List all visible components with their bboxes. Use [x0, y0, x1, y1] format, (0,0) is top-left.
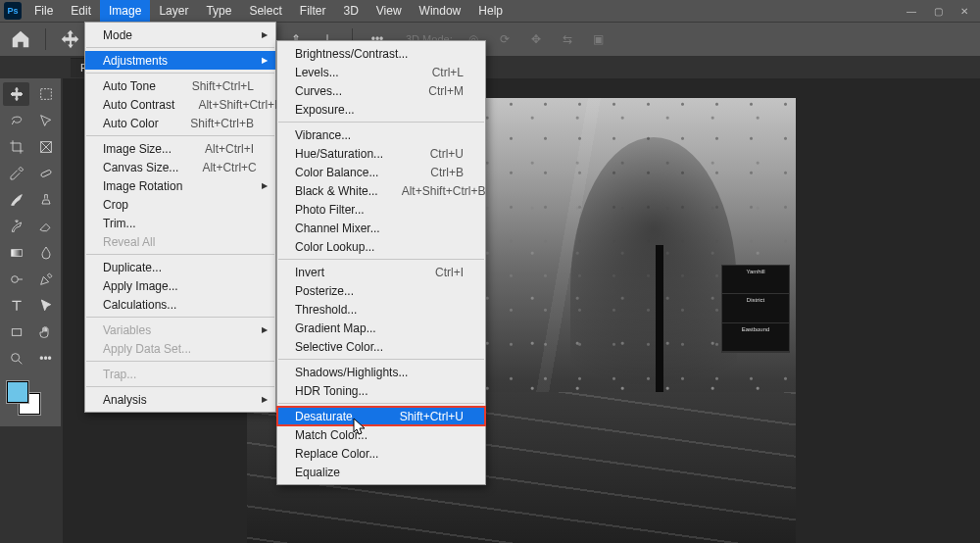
- 3d-pan-icon[interactable]: ✥: [525, 28, 547, 50]
- adjust-menu-color-lookup[interactable]: Color Lookup...: [277, 237, 485, 256]
- menu-help[interactable]: Help: [469, 0, 512, 22]
- menu-item-shortcut: Alt+Shift+Ctrl+B: [378, 184, 486, 198]
- image-menu-crop[interactable]: Crop: [85, 195, 275, 214]
- svg-rect-0: [40, 89, 51, 100]
- adjust-menu-shadows-highlights[interactable]: Shadows/Highlights...: [277, 363, 485, 381]
- image-menu-analysis[interactable]: Analysis: [85, 390, 275, 409]
- adjust-menu-posterize[interactable]: Posterize...: [277, 281, 485, 300]
- menu-item-shortcut: Ctrl+M: [405, 84, 464, 98]
- menu-filter[interactable]: Filter: [291, 0, 335, 22]
- menu-item-label: Channel Mixer...: [295, 222, 464, 235]
- menu-item-label: Invert: [295, 266, 412, 279]
- adjust-menu-threshold[interactable]: Threshold...: [277, 300, 485, 319]
- menu-window[interactable]: Window: [411, 0, 470, 22]
- adjust-menu-gradient-map[interactable]: Gradient Map...: [277, 319, 485, 337]
- minimize-icon[interactable]: —: [906, 6, 916, 17]
- image-menu-image-rotation[interactable]: Image Rotation: [85, 176, 275, 195]
- color-swatches[interactable]: [3, 379, 59, 422]
- eraser-tool[interactable]: [32, 215, 59, 238]
- menu-view[interactable]: View: [368, 0, 411, 22]
- type-tool[interactable]: [3, 294, 29, 318]
- crop-tool[interactable]: [3, 135, 29, 159]
- image-menu-adjustments[interactable]: Adjustments: [85, 51, 275, 70]
- zoom-tool[interactable]: [3, 347, 29, 370]
- adjust-menu-hdr-toning[interactable]: HDR Toning...: [277, 381, 485, 400]
- pen-tool[interactable]: [32, 268, 59, 291]
- adjust-menu-replace-color[interactable]: Replace Color...: [277, 444, 485, 463]
- svg-rect-2: [40, 170, 51, 177]
- frame-tool[interactable]: [32, 135, 59, 159]
- adjust-menu-vibrance[interactable]: Vibrance...: [277, 125, 485, 144]
- adjust-menu-selective-color[interactable]: Selective Color...: [277, 337, 485, 356]
- gradient-tool[interactable]: [3, 241, 29, 265]
- adjust-menu-brightness-contrast[interactable]: Brightness/Contrast...: [277, 44, 485, 63]
- lasso-tool[interactable]: [3, 109, 29, 132]
- quick-select-tool[interactable]: [32, 109, 59, 132]
- adjust-menu-curves[interactable]: Curves...Ctrl+M: [277, 81, 485, 100]
- adjust-menu-desaturate[interactable]: DesaturateShift+Ctrl+U: [277, 407, 485, 425]
- 3d-camera-icon[interactable]: ▣: [588, 28, 610, 50]
- move-tool-indicator-icon[interactable]: [60, 28, 81, 50]
- move-tool[interactable]: [3, 82, 29, 106]
- history-brush-tool[interactable]: [3, 215, 29, 238]
- blur-tool[interactable]: [32, 241, 59, 265]
- menu-item-label: Apply Image...: [103, 279, 254, 293]
- clone-stamp-tool[interactable]: [32, 188, 59, 212]
- brush-tool[interactable]: [3, 188, 29, 212]
- image-menu-duplicate[interactable]: Duplicate...: [85, 258, 275, 276]
- sign-line: Eastbound: [722, 323, 789, 352]
- path-select-tool[interactable]: [32, 294, 59, 318]
- eyedropper-tool[interactable]: [3, 162, 29, 185]
- image-menu-image-size[interactable]: Image Size...Alt+Ctrl+I: [85, 139, 275, 158]
- adjust-menu-equalize[interactable]: Equalize: [277, 463, 485, 481]
- image-menu-apply-image[interactable]: Apply Image...: [85, 276, 275, 295]
- image-menu-auto-contrast[interactable]: Auto ContrastAlt+Shift+Ctrl+L: [85, 95, 275, 114]
- menu-item-label: Auto Contrast: [103, 98, 174, 112]
- 3d-roll-icon[interactable]: ⟳: [494, 28, 515, 50]
- 3d-slide-icon[interactable]: ⇆: [557, 28, 578, 50]
- image-menu-trim[interactable]: Trim...: [85, 214, 275, 232]
- menu-edit[interactable]: Edit: [62, 0, 100, 22]
- adjust-menu-match-color[interactable]: Match Color...: [277, 425, 485, 444]
- adjust-menu-color-balance[interactable]: Color Balance...Ctrl+B: [277, 163, 485, 181]
- image-menu-mode[interactable]: Mode: [85, 25, 275, 44]
- adjustments-menu: Brightness/Contrast...Levels...Ctrl+LCur…: [276, 40, 486, 485]
- divider: [45, 28, 46, 50]
- hand-tool[interactable]: [32, 321, 59, 344]
- healing-brush-tool[interactable]: [32, 162, 59, 185]
- close-icon[interactable]: ✕: [960, 6, 968, 17]
- svg-rect-3: [11, 250, 22, 257]
- dodge-tool[interactable]: [3, 268, 29, 291]
- menu-type[interactable]: Type: [197, 0, 240, 22]
- menu-layer[interactable]: Layer: [150, 0, 197, 22]
- adjust-menu-exposure[interactable]: Exposure...: [277, 100, 485, 119]
- adjust-menu-channel-mixer[interactable]: Channel Mixer...: [277, 219, 485, 237]
- menu-select[interactable]: Select: [240, 0, 290, 22]
- image-menu-calculations[interactable]: Calculations...: [85, 295, 275, 314]
- home-icon[interactable]: [10, 28, 31, 50]
- marquee-tool[interactable]: [32, 82, 59, 106]
- menu-item-label: Gradient Map...: [295, 321, 464, 335]
- menu-item-label: Trim...: [103, 217, 254, 230]
- fg-swatch[interactable]: [7, 381, 28, 403]
- menu-item-shortcut: Alt+Ctrl+C: [178, 161, 256, 174]
- menu-item-label: Hue/Saturation...: [295, 147, 407, 161]
- image-menu-reveal-all: Reveal All: [85, 232, 275, 251]
- image-menu-auto-tone[interactable]: Auto ToneShift+Ctrl+L: [85, 76, 275, 95]
- menu-3d[interactable]: 3D: [334, 0, 367, 22]
- menu-item-label: Apply Data Set...: [103, 342, 254, 356]
- image-menu-auto-color[interactable]: Auto ColorShift+Ctrl+B: [85, 114, 275, 132]
- menu-item-label: Equalize: [295, 466, 464, 479]
- menu-item-label: Calculations...: [103, 298, 254, 312]
- adjust-menu-invert[interactable]: InvertCtrl+I: [277, 263, 485, 281]
- image-menu-canvas-size[interactable]: Canvas Size...Alt+Ctrl+C: [85, 158, 275, 176]
- adjust-menu-black-white[interactable]: Black & White...Alt+Shift+Ctrl+B: [277, 181, 485, 200]
- adjust-menu-hue-saturation[interactable]: Hue/Saturation...Ctrl+U: [277, 144, 485, 163]
- adjust-menu-photo-filter[interactable]: Photo Filter...: [277, 200, 485, 219]
- adjust-menu-levels[interactable]: Levels...Ctrl+L: [277, 63, 485, 81]
- restore-icon[interactable]: ▢: [934, 6, 943, 17]
- rectangle-tool[interactable]: [3, 321, 29, 344]
- edit-toolbar-icon[interactable]: •••: [32, 347, 59, 370]
- menu-image[interactable]: Image: [100, 0, 150, 22]
- menu-file[interactable]: File: [25, 0, 62, 22]
